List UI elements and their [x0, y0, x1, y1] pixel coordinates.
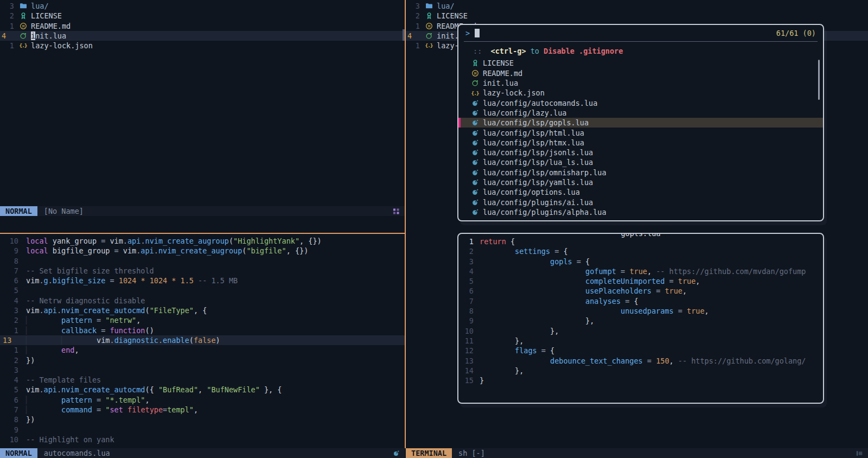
picker-row[interactable]: MREADME.md: [458, 68, 823, 78]
tree-row[interactable]: 4init.lua: [0, 31, 405, 41]
mode-badge-normal: NORMAL: [0, 206, 37, 216]
json-icon: {.}: [18, 41, 28, 50]
code-line[interactable]: 4-- Netrw diagnostic disable: [0, 296, 405, 306]
file-name: init.lua: [483, 79, 518, 87]
markdown-icon: M: [470, 69, 480, 78]
window-separator-vertical[interactable]: [405, 0, 406, 448]
code-line[interactable]: 4-- Template files: [0, 375, 405, 385]
code-line[interactable]: 5 completeUnimported = true,: [458, 276, 823, 286]
code-line[interactable]: 8}): [0, 415, 405, 424]
picker-prompt-row[interactable]: > 61/61 (0): [458, 25, 823, 41]
code-line[interactable]: 1▏ end,: [0, 345, 405, 355]
picker-row[interactable]: LICENSE: [458, 58, 823, 68]
line-number: 1: [458, 237, 474, 246]
code-line[interactable]: 7▏ command = "set filetype=templ",: [0, 405, 405, 415]
line-number: 12: [458, 346, 474, 355]
header-keybind: <ctrl-g>: [491, 46, 526, 56]
code-line[interactable]: 13▏ ▏ vim.diagnostic.enable(false): [0, 335, 405, 345]
code-text: return {: [480, 237, 515, 246]
code-text: ▏ ▏ vim.diagnostic.enable(false): [26, 335, 220, 345]
code-line[interactable]: 2▏ pattern = "netrw",: [0, 315, 405, 325]
picker-row[interactable]: lua/config/lsp/lua_ls.lua: [458, 157, 823, 167]
picker-scrollbar[interactable]: [818, 60, 820, 100]
line-number: 3: [0, 306, 18, 315]
code-line[interactable]: 12 flags = {: [458, 346, 823, 355]
tree-row[interactable]: 2LICENSE: [406, 11, 868, 21]
code-line[interactable]: 9: [0, 425, 405, 435]
mode-badge-terminal: TERMINAL: [406, 448, 452, 458]
code-line[interactable]: 8 unusedparams = true,: [458, 306, 823, 316]
prompt-arrow-icon: >: [465, 29, 470, 37]
code-line[interactable]: 1▏ callback = function(): [0, 326, 405, 335]
lua-file-icon: [470, 138, 480, 147]
code-text: ▏ pattern = "*.templ",: [26, 395, 150, 405]
line-number: 5: [0, 285, 18, 295]
code-line[interactable]: 3: [0, 365, 405, 375]
code-line[interactable]: 14 },: [458, 366, 823, 376]
tree-row[interactable]: 3lua/: [406, 1, 868, 11]
code-line[interactable]: 10-- Highlight on yank: [0, 435, 405, 444]
picker-row[interactable]: lua/config/autocomands.lua: [458, 98, 823, 107]
code-line[interactable]: 8: [0, 256, 405, 266]
code-line[interactable]: 11 },: [458, 336, 823, 346]
line-number: 1: [0, 345, 18, 355]
code-line[interactable]: 3vim.api.nvim_create_autocmd("FileType",…: [0, 306, 405, 315]
picker-row[interactable]: {.}lazy-lock.json: [458, 88, 823, 98]
code-line[interactable]: 5: [0, 285, 405, 295]
tree-row[interactable]: 1{.}lazy-lock.json: [0, 41, 405, 50]
tree-row[interactable]: 2LICENSE: [0, 11, 405, 21]
code-text: vim.g.bigfile_size = 1024 * 1024 * 1.5 -…: [26, 276, 238, 285]
code-text: ▏ pattern = "netrw",: [26, 315, 141, 325]
code-text: gofumpt = true, -- https://github.com/mv…: [480, 266, 806, 276]
picker-row[interactable]: lua/config/options.lua: [458, 187, 823, 197]
code-text: -- Netrw diagnostic disable: [26, 296, 145, 306]
code-line[interactable]: 10local yank_group = vim.api.nvim_create…: [0, 236, 405, 246]
window-layout-icon: [393, 208, 400, 215]
line-number: 1: [406, 41, 420, 50]
code-line[interactable]: 4 gofumpt = true, -- https://github.com/…: [458, 266, 823, 276]
tree-row[interactable]: 3lua/: [0, 1, 405, 11]
code-line[interactable]: 10 },: [458, 326, 823, 336]
file-name: LICENSE: [31, 11, 62, 21]
code-line[interactable]: 6vim.g.bigfile_size = 1024 * 1024 * 1.5 …: [0, 276, 405, 285]
prompt-separator: [464, 41, 818, 42]
picker-row[interactable]: lua/config/lsp/omnisharp.lua: [458, 168, 823, 177]
markdown-icon: M: [424, 22, 433, 30]
lua-filetype-icon: [393, 450, 400, 457]
file-name: lazy-lock.json: [483, 88, 545, 97]
code-line[interactable]: 9 },: [458, 316, 823, 326]
picker-row-selected[interactable]: lua/config/lsp/gopls.lua: [458, 118, 823, 128]
line-number: 5: [458, 276, 474, 286]
picker-row[interactable]: lua/config/plugins/ai.lua: [458, 197, 823, 207]
line-number: 8: [0, 256, 18, 266]
scrollbar-thumb-left[interactable]: [403, 29, 405, 41]
code-line[interactable]: 15}: [458, 376, 823, 385]
code-line[interactable]: 2}): [0, 355, 405, 365]
code-line[interactable]: 6 usePlaceholders = true,: [458, 286, 823, 296]
line-number: 4: [458, 266, 474, 276]
code-line[interactable]: 13 debounce_text_changes = 150, -- https…: [458, 356, 823, 366]
code-text: },: [480, 366, 524, 376]
code-line[interactable]: 5vim.api.nvim_create_autocmd({ "BufRead"…: [0, 385, 405, 395]
code-line[interactable]: 3 gopls = {: [458, 257, 823, 266]
code-line[interactable]: 7-- Set bigfile size threshold: [0, 266, 405, 276]
tree-row[interactable]: 1MREADME.md: [0, 21, 405, 31]
code-line[interactable]: 7 analyses = {: [458, 296, 823, 306]
line-number: 3: [458, 257, 474, 266]
picker-row[interactable]: init.lua: [458, 78, 823, 88]
line-number: 2: [406, 11, 420, 21]
file-name: init.lua: [31, 31, 66, 41]
code-line[interactable]: 2 settings = {: [458, 246, 823, 256]
code-line[interactable]: 9local bigfile_group = vim.api.nvim_crea…: [0, 246, 405, 256]
line-number: 8: [458, 306, 474, 316]
picker-row[interactable]: lua/config/lsp/htmx.lua: [458, 138, 823, 148]
file-name: lua/: [437, 1, 455, 11]
folder-icon: [18, 2, 28, 10]
picker-row[interactable]: lua/config/lsp/jsonls.lua: [458, 148, 823, 157]
picker-row[interactable]: lua/config/lsp/html.lua: [458, 128, 823, 137]
picker-row[interactable]: lua/config/lsp/yamlls.lua: [458, 177, 823, 187]
line-number: 14: [458, 366, 474, 376]
code-line[interactable]: 6▏ pattern = "*.templ",: [0, 395, 405, 405]
picker-row[interactable]: lua/config/lazy.lua: [458, 108, 823, 118]
picker-row[interactable]: lua/config/plugins/alpha.lua: [458, 207, 823, 217]
